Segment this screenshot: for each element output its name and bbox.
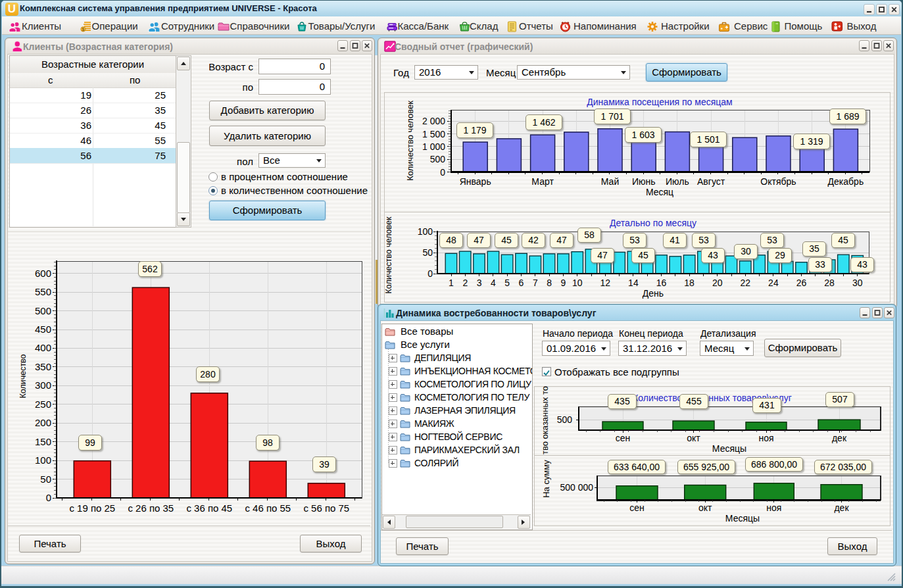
svg-text:с 46 по 55: с 46 по 55 xyxy=(245,502,291,514)
svg-text:Июнь: Июнь xyxy=(632,176,656,187)
svg-text:тво оказанных то: тво оказанных то xyxy=(540,386,550,454)
svg-text:с 36 по 45: с 36 по 45 xyxy=(186,502,232,514)
svg-text:7: 7 xyxy=(533,278,538,288)
svg-text:500 000: 500 000 xyxy=(560,482,593,493)
svg-text:Количество человек: Количество человек xyxy=(405,101,415,181)
svg-text:Количество: Количество xyxy=(18,354,28,398)
svg-text:22: 22 xyxy=(741,278,751,288)
svg-text:с 26 по 35: с 26 по 35 xyxy=(128,502,174,514)
svg-text:400: 400 xyxy=(35,342,51,353)
svg-text:10: 10 xyxy=(572,278,583,288)
svg-text:500: 500 xyxy=(557,414,573,425)
svg-text:3: 3 xyxy=(477,278,482,288)
svg-text:250: 250 xyxy=(35,399,51,410)
svg-text:0: 0 xyxy=(46,492,51,503)
svg-text:5: 5 xyxy=(504,278,510,288)
svg-text:4: 4 xyxy=(491,278,496,288)
svg-text:50: 50 xyxy=(40,474,51,485)
svg-text:8: 8 xyxy=(547,278,552,288)
svg-text:150: 150 xyxy=(35,436,51,447)
svg-text:350: 350 xyxy=(35,361,51,372)
svg-text:0: 0 xyxy=(440,167,445,178)
svg-text:0: 0 xyxy=(427,268,433,279)
svg-text:Май: Май xyxy=(601,176,619,187)
svg-text:24: 24 xyxy=(768,278,779,288)
svg-text:600: 600 xyxy=(35,268,51,279)
svg-text:Март: Март xyxy=(531,176,554,187)
svg-text:с 19 по 25: с 19 по 25 xyxy=(69,502,115,514)
svg-text:с 56 по 75: с 56 по 75 xyxy=(303,502,349,514)
svg-text:500: 500 xyxy=(430,154,446,164)
svg-text:12: 12 xyxy=(600,278,611,288)
svg-text:100: 100 xyxy=(418,226,433,237)
svg-text:18: 18 xyxy=(684,278,695,288)
svg-text:Август: Август xyxy=(697,176,725,187)
svg-text:500: 500 xyxy=(35,305,51,316)
svg-text:Детально по месяцу: Детально по месяцу xyxy=(610,218,696,228)
svg-text:1 000: 1 000 xyxy=(422,141,445,152)
svg-text:28: 28 xyxy=(824,278,835,288)
svg-text:1 500: 1 500 xyxy=(422,129,445,139)
svg-text:дек: дек xyxy=(832,433,847,443)
svg-text:окт: окт xyxy=(687,433,700,443)
svg-text:300: 300 xyxy=(35,380,51,391)
svg-text:ноя: ноя xyxy=(766,502,781,513)
svg-text:Декабрь: Декабрь xyxy=(828,176,864,187)
svg-text:550: 550 xyxy=(35,286,51,297)
svg-text:30: 30 xyxy=(852,278,863,288)
svg-text:дек: дек xyxy=(834,502,849,513)
svg-text:100: 100 xyxy=(35,454,51,466)
svg-text:9: 9 xyxy=(561,278,566,288)
svg-text:ноя: ноя xyxy=(758,433,773,443)
svg-text:Количество человек: Количество человек xyxy=(384,216,393,293)
svg-text:14: 14 xyxy=(628,278,639,288)
svg-text:$: $ xyxy=(82,27,85,32)
svg-text:200: 200 xyxy=(35,417,51,428)
svg-text:50: 50 xyxy=(422,247,433,258)
svg-text:Месяцы: Месяцы xyxy=(725,513,760,524)
svg-text:6: 6 xyxy=(519,278,524,288)
svg-text:сен: сен xyxy=(616,433,631,443)
svg-text:1: 1 xyxy=(449,278,454,288)
svg-text:сен: сен xyxy=(629,502,645,513)
svg-text:26: 26 xyxy=(796,278,807,288)
svg-text:Месяцы: Месяцы xyxy=(712,443,746,454)
svg-text:2 000: 2 000 xyxy=(422,116,445,126)
svg-text:20: 20 xyxy=(712,278,723,288)
svg-text:Январь: Январь xyxy=(460,176,491,187)
svg-text:Месяц: Месяц xyxy=(646,187,673,197)
svg-text:Динамика посещения по месяцам: Динамика посещения по месяцам xyxy=(587,97,732,107)
svg-text:На сумму: На сумму xyxy=(541,460,551,498)
svg-text:Октябрь: Октябрь xyxy=(760,176,796,187)
svg-text:Июль: Июль xyxy=(666,176,689,187)
svg-text:2: 2 xyxy=(462,278,468,288)
svg-text:окт: окт xyxy=(698,502,712,513)
svg-text:16: 16 xyxy=(656,278,667,288)
svg-text:450: 450 xyxy=(35,324,51,335)
svg-text:День: День xyxy=(643,288,664,299)
